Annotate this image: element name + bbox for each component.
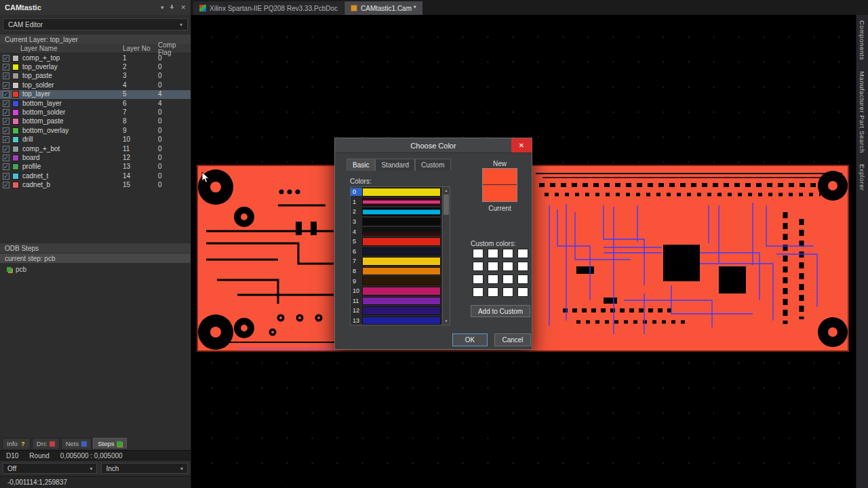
palette-color-bar[interactable] — [362, 306, 441, 315]
layer-visibility-checkbox[interactable]: ✓ — [3, 55, 9, 62]
layer-color-swatch[interactable] — [12, 109, 19, 116]
palette-row-3[interactable]: 3 — [351, 217, 442, 227]
snap-select[interactable]: Off ▾ — [3, 463, 97, 474]
layer-visibility-checkbox[interactable]: ✓ — [3, 146, 9, 152]
layer-row-top_paste[interactable]: ✓top_paste30 — [0, 72, 191, 81]
custom-color-cell[interactable] — [502, 262, 513, 271]
palette-row-5[interactable]: 5 — [351, 237, 442, 247]
custom-color-cell[interactable] — [488, 287, 498, 297]
panel-tab-steps[interactable]: Steps — [93, 438, 127, 449]
editor-mode-select[interactable]: CAM Editor ▾ — [3, 18, 188, 30]
layer-row-comp_+_top[interactable]: ✓comp_+_top10 — [0, 54, 191, 62]
layer-row-top_overlay[interactable]: ✓top_overlay20 — [0, 62, 191, 71]
palette-row-6[interactable]: 6 — [351, 247, 442, 257]
layer-color-swatch[interactable] — [12, 100, 19, 107]
layer-visibility-checkbox[interactable]: ✓ — [3, 136, 9, 143]
layer-visibility-checkbox[interactable]: ✓ — [3, 91, 9, 98]
scroll-down-arrow[interactable]: ▼ — [443, 318, 450, 325]
custom-color-cell[interactable] — [473, 262, 484, 271]
palette-row-8[interactable]: 8 — [351, 266, 442, 277]
palette-color-bar[interactable] — [362, 237, 441, 246]
layer-color-swatch[interactable] — [12, 136, 19, 143]
header-layer-name[interactable]: Layer Name — [3, 45, 123, 52]
custom-color-cell[interactable] — [502, 274, 513, 284]
layer-color-swatch[interactable] — [12, 73, 19, 79]
chevron-down-icon[interactable]: ▾ — [161, 4, 164, 11]
layer-row-bottom_paste[interactable]: ✓bottom_paste80 — [0, 117, 191, 126]
doc-tab-camtastic[interactable]: CAMtastic1.Cam * — [344, 1, 422, 15]
layer-row-profile[interactable]: ✓profile130 — [0, 163, 191, 171]
custom-color-cell[interactable] — [473, 274, 484, 284]
layer-row-cadnet_t[interactable]: ✓cadnet_t140 — [0, 171, 191, 180]
layer-color-swatch[interactable] — [12, 146, 19, 152]
palette-row-9[interactable]: 9 — [351, 276, 442, 286]
layer-visibility-checkbox[interactable]: ✓ — [3, 173, 9, 180]
layer-row-bottom_solder[interactable]: ✓bottom_solder70 — [0, 108, 191, 117]
sidebar-tab-manufacturer-part-search[interactable]: Manufacturer Part Search — [859, 71, 866, 153]
layer-color-swatch[interactable] — [12, 155, 19, 161]
layer-visibility-checkbox[interactable]: ✓ — [3, 155, 9, 161]
palette-color-bar[interactable] — [362, 267, 441, 276]
palette-row-4[interactable]: 4 — [351, 226, 442, 237]
palette-row-10[interactable]: 10 — [351, 286, 442, 296]
add-to-custom-button[interactable]: Add to Custom — [471, 305, 530, 317]
layer-color-swatch[interactable] — [12, 64, 19, 70]
layer-visibility-checkbox[interactable]: ✓ — [3, 64, 9, 70]
panel-tab-nets[interactable]: Nets — [61, 438, 92, 449]
custom-color-cell[interactable] — [517, 287, 528, 297]
layer-color-swatch[interactable] — [12, 182, 19, 188]
units-select[interactable]: Inch ▾ — [101, 463, 188, 474]
palette-row-7[interactable]: 7 — [351, 256, 442, 266]
close-icon[interactable]: ✕ — [180, 4, 186, 11]
palette-color-bar[interactable] — [362, 317, 441, 325]
scroll-up-arrow[interactable]: ▲ — [443, 187, 450, 194]
layer-visibility-checkbox[interactable]: ✓ — [3, 118, 9, 125]
ok-button[interactable]: OK — [452, 333, 488, 346]
palette-row-13[interactable]: 13 — [351, 316, 442, 326]
layer-visibility-checkbox[interactable]: ✓ — [3, 109, 9, 116]
layer-visibility-checkbox[interactable]: ✓ — [3, 100, 9, 107]
custom-color-cell[interactable] — [502, 249, 513, 258]
dialog-close-button[interactable]: ✕ — [511, 138, 532, 152]
dialog-tab-custom[interactable]: Custom — [415, 159, 450, 171]
layer-visibility-checkbox[interactable]: ✓ — [3, 163, 9, 170]
palette-color-bar[interactable] — [362, 247, 441, 256]
palette-scrollbar[interactable]: ▲ ▼ — [442, 187, 450, 325]
palette-color-bar[interactable] — [362, 198, 441, 207]
layer-visibility-checkbox[interactable]: ✓ — [3, 127, 9, 134]
layer-row-board[interactable]: ✓board120 — [0, 153, 191, 162]
panel-tab-drc[interactable]: Drc — [32, 438, 60, 449]
layer-color-swatch[interactable] — [12, 91, 19, 98]
header-layer-no[interactable]: Layer No — [123, 45, 158, 52]
custom-color-cell[interactable] — [517, 249, 528, 258]
layer-visibility-checkbox[interactable]: ✓ — [3, 182, 9, 188]
scroll-thumb[interactable] — [443, 195, 449, 215]
dialog-titlebar[interactable]: Choose Color ✕ — [335, 138, 532, 153]
palette-row-11[interactable]: 11 — [351, 296, 442, 306]
layer-row-top_solder[interactable]: ✓top_solder40 — [0, 81, 191, 89]
layer-color-swatch[interactable] — [12, 55, 19, 62]
palette-color-bar[interactable] — [362, 297, 441, 306]
cancel-button[interactable]: Cancel — [494, 333, 531, 346]
palette-color-bar[interactable] — [362, 227, 441, 236]
layer-row-bottom_overlay[interactable]: ✓bottom_overlay90 — [0, 126, 191, 135]
layer-row-comp_+_bot[interactable]: ✓comp_+_bot110 — [0, 144, 191, 153]
custom-color-cell[interactable] — [473, 287, 484, 297]
custom-color-cell[interactable] — [488, 274, 498, 284]
palette-row-2[interactable]: 2 — [351, 207, 442, 217]
sidebar-tab-components[interactable]: Components — [859, 20, 866, 60]
layer-color-swatch[interactable] — [12, 173, 19, 180]
layer-color-swatch[interactable] — [12, 82, 19, 89]
step-tree-item-pcb[interactable]: pcb — [0, 263, 191, 276]
palette-row-1[interactable]: 1 — [351, 197, 442, 207]
palette-row-0[interactable]: 0 — [351, 187, 442, 197]
layer-row-bottom_layer[interactable]: ✓bottom_layer64 — [0, 99, 191, 108]
sidebar-tab-explorer[interactable]: Explorer — [859, 164, 866, 190]
panel-tab-info[interactable]: Info — [2, 438, 31, 449]
layer-visibility-checkbox[interactable]: ✓ — [3, 73, 9, 79]
dialog-tab-basic[interactable]: Basic — [347, 159, 375, 171]
custom-color-cell[interactable] — [488, 262, 498, 271]
layer-row-cadnet_b[interactable]: ✓cadnet_b150 — [0, 180, 191, 189]
layer-visibility-checkbox[interactable]: ✓ — [3, 82, 9, 89]
custom-color-cell[interactable] — [517, 262, 528, 271]
